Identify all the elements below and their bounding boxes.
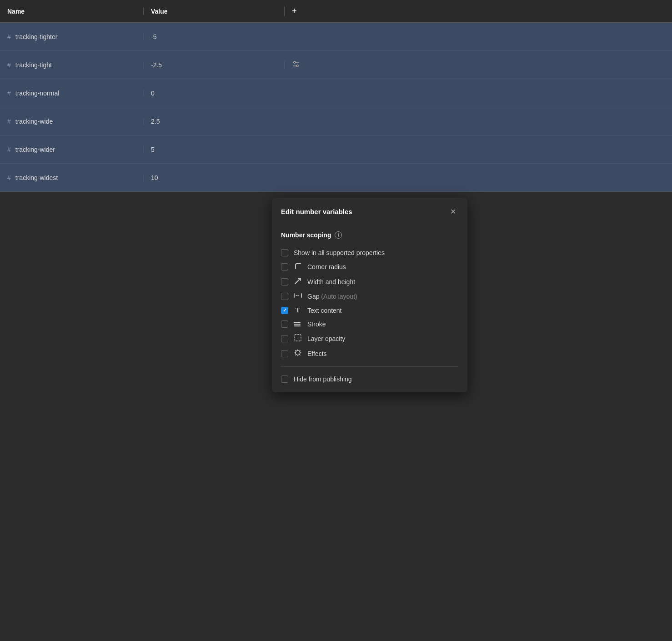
- option-stroke-label: Stroke: [307, 320, 326, 328]
- checkbox-layer-opacity[interactable]: [281, 335, 288, 342]
- col-header-name: Name: [0, 8, 143, 15]
- svg-line-4: [295, 278, 301, 284]
- checkbox-gap[interactable]: [281, 293, 288, 300]
- option-stroke[interactable]: Stroke: [281, 317, 458, 331]
- section-label: Number scoping i: [281, 231, 458, 239]
- option-corner-radius-label: Corner radius: [307, 263, 346, 270]
- row-name-cell: # tracking-tight: [0, 61, 143, 69]
- svg-point-2: [294, 61, 296, 63]
- table-header: Name Value +: [0, 0, 672, 23]
- svg-line-14: [296, 351, 296, 351]
- option-opacity-label: Layer opacity: [307, 335, 345, 342]
- hash-icon: #: [7, 118, 11, 125]
- option-all-props[interactable]: Show in all supported properties: [281, 246, 458, 260]
- option-hide-publishing-label: Hide from publishing: [294, 376, 352, 383]
- row-action-cell[interactable]: [284, 60, 672, 70]
- option-hide-publishing[interactable]: Hide from publishing: [281, 372, 458, 386]
- checkbox-hide-publishing[interactable]: [281, 376, 288, 383]
- option-effects[interactable]: Effects: [281, 346, 458, 361]
- effects-icon: [294, 349, 302, 358]
- checkbox-stroke[interactable]: [281, 320, 288, 328]
- info-icon[interactable]: i: [335, 231, 342, 239]
- hash-icon: #: [7, 61, 11, 69]
- edit-variables-modal: Edit number variables ✕ Number scoping i…: [272, 198, 467, 392]
- row-value-cell: 5: [143, 146, 284, 153]
- table-row[interactable]: # tracking-wider 5: [0, 135, 672, 164]
- table-row[interactable]: # tracking-widest 10: [0, 164, 672, 192]
- row-value-cell: 2.5: [143, 118, 284, 125]
- option-layer-opacity[interactable]: Layer opacity: [281, 331, 458, 346]
- hash-icon: #: [7, 90, 11, 97]
- row-value-cell: -5: [143, 33, 284, 40]
- table-row[interactable]: # tracking-normal 0: [0, 79, 672, 107]
- hash-icon: #: [7, 33, 11, 40]
- corner-radius-icon: [294, 263, 302, 271]
- modal-body: Number scoping i Show in all supported p…: [272, 225, 467, 392]
- option-text-label: Text content: [307, 307, 342, 314]
- row-name-cell: # tracking-tighter: [0, 33, 143, 40]
- checkbox-effects[interactable]: [281, 350, 288, 357]
- modal-divider: [281, 366, 458, 367]
- layer-opacity-icon: [294, 334, 302, 343]
- option-gap-label: Gap (Auto layout): [307, 293, 357, 300]
- gap-icon: [294, 292, 302, 300]
- hash-icon: #: [7, 146, 11, 153]
- option-width-height[interactable]: Width and height: [281, 274, 458, 289]
- row-name-cell: # tracking-wider: [0, 146, 143, 153]
- row-name-cell: # tracking-wide: [0, 118, 143, 125]
- row-name-cell: # tracking-normal: [0, 90, 143, 97]
- variables-table: Name Value + # tracking-tighter -5 # tra…: [0, 0, 672, 192]
- row-name-cell: # tracking-widest: [0, 174, 143, 181]
- checkbox-width-height[interactable]: [281, 278, 288, 285]
- option-corner-radius[interactable]: Corner radius: [281, 260, 458, 274]
- stroke-icon: [294, 322, 302, 326]
- svg-point-3: [296, 65, 298, 67]
- text-content-icon: T: [294, 306, 302, 314]
- option-wh-label: Width and height: [307, 278, 355, 285]
- edit-variable-icon[interactable]: [292, 60, 300, 70]
- table-row[interactable]: # tracking-wide 2.5: [0, 107, 672, 135]
- svg-line-17: [296, 355, 296, 355]
- checkbox-text-content[interactable]: [281, 307, 288, 314]
- row-value-cell: -2.5: [143, 61, 284, 69]
- row-value-cell: 10: [143, 174, 284, 181]
- svg-line-16: [300, 351, 300, 351]
- row-value-cell: 0: [143, 90, 284, 97]
- width-height-icon: [294, 277, 302, 286]
- modal-close-button[interactable]: ✕: [447, 206, 458, 217]
- option-text-content[interactable]: T Text content: [281, 303, 458, 317]
- col-header-action[interactable]: +: [284, 6, 672, 16]
- table-row[interactable]: # tracking-tighter -5: [0, 23, 672, 51]
- col-header-value: Value: [143, 8, 284, 15]
- svg-rect-8: [295, 335, 301, 341]
- svg-line-15: [300, 355, 300, 355]
- option-all-props-label: Show in all supported properties: [294, 249, 385, 256]
- add-variable-icon[interactable]: +: [292, 6, 297, 16]
- option-gap[interactable]: Gap (Auto layout): [281, 289, 458, 303]
- checkbox-corner-radius[interactable]: [281, 263, 288, 270]
- hash-icon: #: [7, 174, 11, 181]
- table-row[interactable]: # tracking-tight -2.5: [0, 51, 672, 79]
- checkbox-all-props[interactable]: [281, 249, 288, 256]
- modal-title: Edit number variables: [281, 208, 352, 215]
- modal-header: Edit number variables ✕: [272, 198, 467, 225]
- option-effects-label: Effects: [307, 350, 327, 357]
